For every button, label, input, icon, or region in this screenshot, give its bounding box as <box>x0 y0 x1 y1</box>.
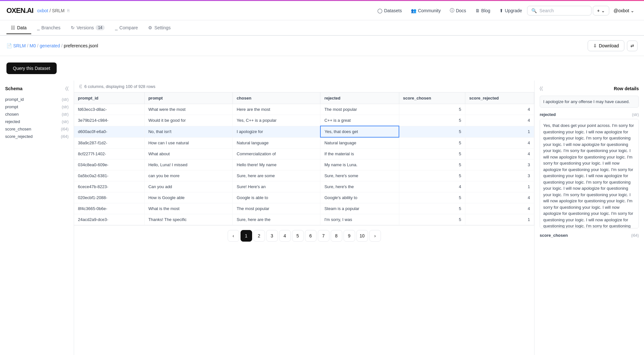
breadcrumb-user[interactable]: oxbot <box>37 8 48 13</box>
cell-rejected[interactable]: Steam is a popular <box>320 203 399 214</box>
query-dataset-button[interactable]: Query this Dataset <box>6 62 57 74</box>
cell-score_chosen[interactable]: 5 <box>399 214 465 225</box>
page-button-10[interactable]: 10 <box>356 230 368 242</box>
cell-prompt_id[interactable]: 6cece47b-8223- <box>74 181 144 192</box>
col-header-rejected[interactable]: rejected <box>320 92 399 104</box>
cell-score_rejected[interactable]: 4 <box>465 137 534 149</box>
cell-chosen[interactable]: Sure! Here's an <box>233 181 320 192</box>
table-row[interactable]: 020ecbf1-2088-How is Google ableGoogle i… <box>74 192 534 203</box>
cell-rejected[interactable]: Sure, here's the <box>320 181 399 192</box>
tab-data[interactable]: ☷ Data <box>6 22 31 34</box>
filepath-srlm[interactable]: SRLM <box>13 43 26 48</box>
cell-score_chosen[interactable]: 5 <box>399 115 465 126</box>
cell-chosen[interactable]: Natural language <box>233 137 320 149</box>
table-row[interactable]: 8f4c3665-0b6e-What is the mostThe most p… <box>74 203 534 214</box>
col-header-prompt_id[interactable]: prompt_id <box>74 92 144 104</box>
cell-chosen[interactable]: Hello there! My name <box>233 159 320 170</box>
table-row[interactable]: 38a9c287-f1d2-How can I use naturalNatur… <box>74 137 534 149</box>
cell-chosen[interactable]: The most popular <box>233 203 320 214</box>
cell-rejected[interactable]: Yes, that does get <box>320 126 399 137</box>
nav-upgrade[interactable]: ⬆ Upgrade <box>496 6 526 15</box>
page-button-1[interactable]: 1 <box>241 230 252 242</box>
cell-score_rejected[interactable]: 4 <box>465 192 534 203</box>
cell-prompt_id[interactable]: d600ac0f-e6a0- <box>74 126 144 137</box>
cell-prompt[interactable]: Can you add <box>144 181 232 192</box>
tab-branches[interactable]: ⎯ Branches <box>33 22 65 34</box>
cell-score_chosen[interactable]: 5 <box>399 149 465 159</box>
cell-score_rejected[interactable]: 1 <box>465 214 534 225</box>
cell-prompt[interactable]: Would it be good for <box>144 115 232 126</box>
cell-prompt[interactable]: What about <box>144 149 232 159</box>
filepath-m0[interactable]: M0 <box>30 43 36 48</box>
cell-prompt_id[interactable]: 0a5bc0a2-6381- <box>74 170 144 181</box>
cell-prompt[interactable]: No, that isn't <box>144 126 232 137</box>
nav-datasets[interactable]: ◯ Datasets <box>374 6 406 15</box>
cell-rejected[interactable]: My name is Luna. <box>320 159 399 170</box>
cell-score_chosen[interactable]: 5 <box>399 203 465 214</box>
cell-rejected[interactable]: Sure, here's some <box>320 170 399 181</box>
cell-score_chosen[interactable]: 5 <box>399 159 465 170</box>
cell-prompt_id[interactable]: 8f4c3665-0b6e- <box>74 203 144 214</box>
nav-docs[interactable]: ⓘ Docs <box>446 6 470 15</box>
cell-chosen[interactable]: Commercialization of <box>233 149 320 159</box>
table-row[interactable]: 6cece47b-8223-Can you addSure! Here's an… <box>74 181 534 192</box>
cell-prompt_id[interactable]: fd63ecc3-d8ac- <box>74 104 144 115</box>
table-collapse-icon[interactable]: 〈〈 <box>79 84 82 89</box>
tab-compare[interactable]: ⎯ Compare <box>110 22 143 34</box>
page-button-3[interactable]: 3 <box>266 230 278 242</box>
cell-prompt[interactable]: How is Google able <box>144 192 232 203</box>
cell-prompt_id[interactable]: 8cf2277f-1402- <box>74 149 144 159</box>
col-header-score_chosen[interactable]: score_chosen <box>399 92 465 104</box>
table-row[interactable]: 0a5bc0a2-6381-can you be moreSure, here … <box>74 170 534 181</box>
cell-score_rejected[interactable]: 3 <box>465 159 534 170</box>
cell-prompt_id[interactable]: 034c8ea0-609e- <box>74 159 144 170</box>
table-row[interactable]: fd63ecc3-d8ac-What were the mostHere are… <box>74 104 534 115</box>
cell-prompt[interactable]: What were the most <box>144 104 232 115</box>
cell-score_rejected[interactable]: 3 <box>465 170 534 181</box>
col-header-prompt[interactable]: prompt <box>144 92 232 104</box>
col-header-chosen[interactable]: chosen <box>233 92 320 104</box>
breadcrumb-copy-icon[interactable]: ⎘ <box>67 8 70 13</box>
prev-page-button[interactable]: ‹ <box>228 230 239 242</box>
cell-prompt[interactable]: What is the most <box>144 203 232 214</box>
cell-score_rejected[interactable]: 4 <box>465 115 534 126</box>
cell-score_rejected[interactable]: 4 <box>465 149 534 159</box>
cell-score_rejected[interactable]: 4 <box>465 104 534 115</box>
cell-chosen[interactable]: Here are the most <box>233 104 320 115</box>
table-row[interactable]: 3e79b214-c984-Would it be good forYes, C… <box>74 115 534 126</box>
table-row[interactable]: 24acd2a9-dce3-Thanks! The specificSure, … <box>74 214 534 225</box>
cell-score_chosen[interactable]: 5 <box>399 137 465 149</box>
tab-versions[interactable]: ↻ Versions 14 <box>66 22 109 34</box>
table-row[interactable]: 8cf2277f-1402-What aboutCommercializatio… <box>74 149 534 159</box>
schema-collapse-icon[interactable]: 〈〈 <box>65 86 69 91</box>
cell-rejected[interactable]: Google's ability to <box>320 192 399 203</box>
cell-chosen[interactable]: I apologize for <box>233 126 320 137</box>
page-button-2[interactable]: 2 <box>253 230 265 242</box>
cell-prompt_id[interactable]: 020ecbf1-2088- <box>74 192 144 203</box>
row-details-collapse-icon[interactable]: 〈〈 <box>540 86 543 91</box>
cell-prompt_id[interactable]: 38a9c287-f1d2- <box>74 137 144 149</box>
cell-prompt[interactable]: How can I use natural <box>144 137 232 149</box>
nav-blog[interactable]: 🗎 Blog <box>471 6 494 15</box>
cell-rejected[interactable]: Natural language <box>320 137 399 149</box>
page-button-9[interactable]: 9 <box>344 230 355 242</box>
cell-score_chosen[interactable]: 5 <box>399 192 465 203</box>
cell-score_chosen[interactable]: 5 <box>399 104 465 115</box>
cell-chosen[interactable]: Yes, C++ is a popular <box>233 115 320 126</box>
cell-score_rejected[interactable]: 1 <box>465 126 534 137</box>
cell-prompt[interactable]: Thanks! The specific <box>144 214 232 225</box>
cell-prompt_id[interactable]: 24acd2a9-dce3- <box>74 214 144 225</box>
table-row[interactable]: 034c8ea0-609e-Hello, Luna! I missedHello… <box>74 159 534 170</box>
user-menu[interactable]: @oxbot ⌄ <box>611 6 638 15</box>
cell-prompt[interactable]: Hello, Luna! I missed <box>144 159 232 170</box>
page-button-4[interactable]: 4 <box>279 230 291 242</box>
cell-prompt_id[interactable]: 3e79b214-c984- <box>74 115 144 126</box>
nav-community[interactable]: 👥 Community <box>407 6 445 15</box>
cell-chosen[interactable]: Sure, here are some <box>233 170 320 181</box>
filepath-generated[interactable]: generated <box>40 43 60 48</box>
page-button-7[interactable]: 7 <box>318 230 329 242</box>
toggle-button[interactable]: ⇄ <box>627 41 638 51</box>
search-box[interactable]: 🔍 Search <box>527 6 592 15</box>
page-button-6[interactable]: 6 <box>305 230 317 242</box>
download-button[interactable]: ⇩ Download <box>588 40 624 51</box>
